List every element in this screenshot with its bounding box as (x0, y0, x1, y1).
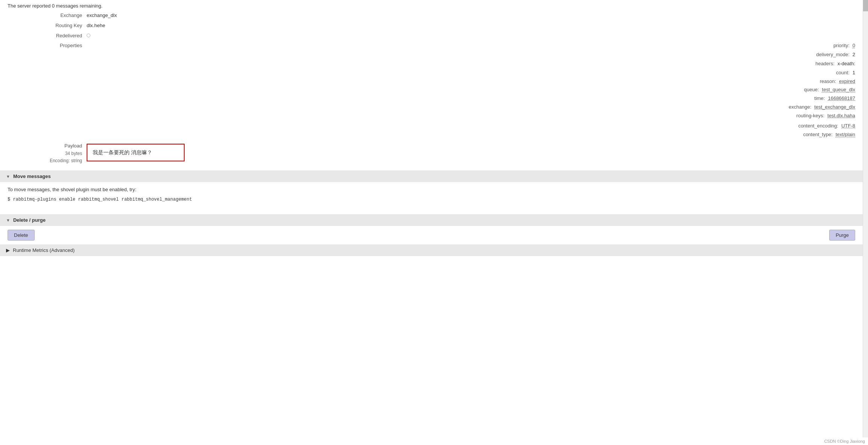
content-encoding-row: content_encoding: UTF-8 (87, 122, 855, 130)
page-wrapper: The server reported 0 messages remaining… (0, 0, 868, 445)
redelivered-value (87, 32, 855, 40)
props-exchange-value: test_exchange_dlx (815, 103, 855, 111)
properties-value: priority: 0 delivery_mode: 2 headers: x-… (87, 42, 855, 140)
queue-value: test_queue_dlx (822, 86, 855, 94)
queue-link[interactable]: test_queue_dlx (822, 87, 855, 92)
server-message: The server reported 0 messages remaining… (0, 0, 863, 12)
reason-value: expired (839, 78, 855, 86)
count-value: 1 (853, 69, 855, 77)
move-messages-content: To move messages, the shovel plugin must… (0, 182, 863, 208)
runtime-toggle-icon: ▶ (6, 247, 10, 253)
footer: CSDN ©Ding Jiaxiong (821, 437, 868, 445)
delete-purge-buttons-row: Delete Purge (0, 226, 863, 244)
payload-text: 我是一条要死的 消息嘛？ (93, 149, 152, 155)
headers-type: x-death: (837, 60, 855, 68)
props-exchange-link[interactable]: test_exchange_dlx (815, 104, 855, 110)
routing-key-label: Routing Key (8, 22, 87, 30)
content-type-label: content_type: (803, 131, 836, 139)
count-label: count: (785, 69, 853, 77)
redelivered-label: Redelivered (8, 32, 87, 40)
content-type-value: text/plain (836, 131, 855, 139)
payload-row: Payload 34 bytes Encoding: string 我是一条要死… (8, 142, 855, 164)
exchange-row: Exchange exchange_dlx (8, 12, 855, 20)
routing-key-value: dlx.hehe (87, 22, 855, 30)
move-messages-code: $ rabbitmq-plugins enable rabbitmq_shove… (8, 195, 855, 204)
scrollbar[interactable] (863, 0, 868, 445)
time-row: time: 1668668187 (102, 95, 855, 103)
payload-box: 我是一条要死的 消息嘛？ (87, 144, 185, 161)
queue-row: queue: test_queue_dlx (102, 86, 855, 94)
scrollbar-thumb[interactable] (863, 0, 868, 11)
move-messages-toggle-icon: ▼ (6, 174, 10, 179)
properties-row: Properties priority: 0 delivery_mode: 2 (8, 42, 855, 140)
priority-value: 0 (853, 42, 855, 50)
priority-link[interactable]: 0 (853, 43, 855, 48)
payload-label-col: Payload 34 bytes Encoding: string (8, 142, 87, 164)
headers-row: headers: x-death: (87, 60, 855, 68)
time-link[interactable]: 1668668187 (828, 95, 855, 101)
routing-keys-row: routing-keys: test.dlx.haha (102, 112, 855, 120)
redelivered-row: Redelivered (8, 32, 855, 40)
routing-key-row: Routing Key dlx.hehe (8, 22, 855, 30)
routing-keys-value: test.dlx.haha (827, 112, 855, 120)
routing-keys-label: routing-keys: (760, 112, 827, 120)
payload-encoding: Encoding: string (8, 157, 82, 164)
purge-button[interactable]: Purge (829, 230, 855, 241)
payload-bytes: 34 bytes (8, 150, 82, 157)
properties-label: Properties (8, 42, 87, 50)
reason-row: reason: expired (102, 78, 855, 86)
delete-button[interactable]: Delete (8, 230, 35, 241)
move-messages-text: To move messages, the shovel plugin must… (8, 187, 855, 192)
routing-keys-link[interactable]: test.dlx.haha (827, 113, 855, 118)
delivery-mode-label: delivery_mode: (816, 51, 853, 59)
move-messages-header[interactable]: ▼ Move messages (0, 170, 863, 182)
priority-label: priority: (833, 42, 853, 50)
reason-label: reason: (771, 78, 839, 86)
headers-label: headers: (815, 60, 837, 68)
xdeath-section: count: 1 reason: expired queue: test_que… (102, 69, 855, 120)
move-messages-title: Move messages (13, 173, 51, 179)
props-exchange-row: exchange: test_exchange_dlx (102, 103, 855, 111)
exchange-value: exchange_dlx (87, 12, 855, 20)
count-row: count: 1 (102, 69, 855, 77)
server-message-text: The server reported 0 messages remaining… (8, 3, 102, 9)
runtime-title: Runtime Metrics (Advanced) (13, 247, 75, 253)
time-label: time: (760, 95, 828, 103)
footer-text: CSDN ©Ding Jiaxiong (824, 439, 865, 443)
delete-purge-header[interactable]: ▼ Delete / purge (0, 214, 863, 226)
payload-value-col: 我是一条要死的 消息嘛？ (87, 142, 855, 161)
delivery-mode-row: delivery_mode: 2 (87, 51, 855, 59)
content-type-link[interactable]: text/plain (836, 132, 855, 137)
reason-link[interactable]: expired (839, 78, 855, 84)
time-value: 1668668187 (828, 95, 855, 103)
props-exchange-label: exchange: (747, 103, 815, 111)
content-type-row: content_type: text/plain (87, 131, 855, 139)
priority-row: priority: 0 (87, 42, 855, 50)
properties-section: Exchange exchange_dlx Routing Key dlx.he… (0, 12, 863, 164)
content-encoding-label: content_encoding: (798, 122, 841, 130)
delete-purge-title: Delete / purge (13, 217, 46, 223)
delivery-mode-value: 2 (853, 51, 855, 59)
content-encoding-value: UTF-8 (841, 122, 855, 130)
delete-purge-toggle-icon: ▼ (6, 218, 10, 222)
content-encoding-link[interactable]: UTF-8 (841, 123, 855, 129)
runtime-metrics-header[interactable]: ▶ Runtime Metrics (Advanced) (0, 244, 863, 256)
payload-label: Payload (8, 142, 82, 150)
redelivered-circle (87, 34, 90, 37)
queue-label: queue: (754, 86, 822, 94)
main-content: The server reported 0 messages remaining… (0, 0, 868, 256)
exchange-label: Exchange (8, 12, 87, 20)
